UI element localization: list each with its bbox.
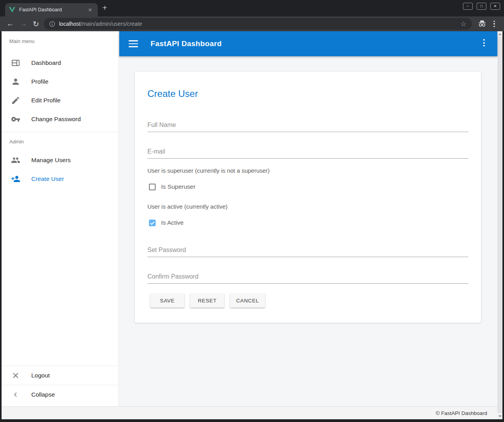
sidebar-item-label: Edit Profile [31,97,61,104]
page-title: Create User [147,88,198,99]
vue-favicon-icon [9,7,15,13]
full-name-input[interactable] [147,122,468,132]
new-tab-button[interactable]: + [102,4,107,13]
window-border [0,419,504,422]
window-maximize-button[interactable]: □ [477,3,486,10]
sidebar-item-collapse[interactable]: Collapse [2,385,118,404]
browser-window: FastAPI Dashboard ✕ + − □ ✕ ← → ↻ localh… [0,0,504,422]
sidebar-divider [2,132,118,132]
checkbox-label: Is Superuser [161,183,196,190]
checkbox-label: Is Active [161,219,184,226]
is-active-row: Is Active [149,219,184,226]
sidebar-item-dashboard[interactable]: Dashboard [2,54,118,72]
sidebar-section-main-menu: Main menu [9,38,34,44]
url-text: localhost/main/admin/users/create [59,21,461,27]
create-user-card: Create User User is superuser (currently… [135,72,481,323]
sidebar-item-label: Change Password [31,116,81,123]
sidebar-item-edit-profile[interactable]: Edit Profile [2,91,118,110]
superuser-hint: User is superuser (currently is not a su… [147,167,270,174]
pencil-icon [11,96,20,105]
address-bar[interactable]: localhost/main/admin/users/create ☆ [44,18,472,30]
people-icon [11,156,20,165]
url-host: localhost [59,21,81,27]
main-content: Create User User is superuser (currently… [119,56,497,406]
scrollbar-up-arrow[interactable] [499,33,502,35]
url-path: /main/admin/users/create [81,21,142,27]
person-icon [11,77,20,86]
sidebar-item-label: Collapse [31,391,55,398]
window-minimize-button[interactable]: − [463,3,473,10]
browser-menu-icon[interactable] [490,19,498,29]
sidebar-item-logout[interactable]: Logout [2,366,118,385]
sidebar-item-label: Profile [31,78,48,85]
back-button[interactable]: ← [5,16,16,31]
person-add-icon [11,174,20,184]
sidebar-item-change-password[interactable]: Change Password [2,110,118,129]
site-info-icon[interactable] [49,21,55,27]
hamburger-menu-icon[interactable] [129,40,138,47]
sidebar-item-label: Logout [31,372,50,379]
browser-tab[interactable]: FastAPI Dashboard ✕ [5,3,98,16]
sidebar-item-label: Dashboard [31,59,61,66]
close-x-icon [11,371,20,380]
window-close-button[interactable]: ✕ [490,3,500,10]
tab-close-icon[interactable]: ✕ [86,7,94,13]
scrollbar-thumb[interactable] [497,37,502,413]
sidebar-item-label: Create User [31,175,64,182]
app-title: FastAPI Dashboard [151,39,222,48]
forward-button[interactable]: → [18,16,29,31]
sidebar: Main menu Dashboard Profile [2,31,119,406]
sidebar-item-manage-users[interactable]: Manage Users [2,151,118,170]
set-password-input[interactable] [147,247,468,257]
save-button[interactable]: SAVE [150,293,185,308]
scrollbar-down-arrow[interactable] [499,415,502,417]
is-superuser-checkbox[interactable] [149,184,156,190]
bookmark-star-icon[interactable]: ☆ [461,20,466,28]
form-actions: SAVE RESET CANCEL [150,293,265,308]
vertical-scrollbar[interactable] [497,31,502,419]
sidebar-item-label: Manage Users [31,157,71,164]
dashboard-icon [11,58,20,68]
browser-tab-strip: FastAPI Dashboard ✕ + − □ ✕ [0,0,504,16]
cancel-button[interactable]: CANCEL [230,293,265,308]
app-bar: FastAPI Dashboard [119,31,497,56]
is-superuser-row: Is Superuser [149,183,196,190]
is-active-checkbox[interactable] [149,220,156,226]
sidebar-item-create-user[interactable]: Create User [2,170,118,188]
email-input[interactable] [147,148,468,159]
key-icon [11,114,20,124]
page: Main menu Dashboard Profile [2,31,502,419]
browser-toolbar: ← → ↻ localhost/main/admin/users/create … [0,16,504,31]
reload-button[interactable]: ↻ [30,16,41,31]
tab-title: FastAPI Dashboard [19,7,86,13]
active-hint: User is active (currently active) [147,203,228,210]
incognito-icon [478,20,486,29]
chevron-left-icon [11,390,20,399]
sidebar-item-profile[interactable]: Profile [2,72,118,91]
appbar-menu-icon[interactable] [483,39,485,46]
sidebar-section-admin: Admin [9,139,24,145]
footer: © FastAPI Dashboard [2,406,497,419]
reset-button[interactable]: RESET [190,293,224,308]
confirm-password-input[interactable] [147,273,468,284]
copyright-text: © FastAPI Dashboard [436,410,487,416]
